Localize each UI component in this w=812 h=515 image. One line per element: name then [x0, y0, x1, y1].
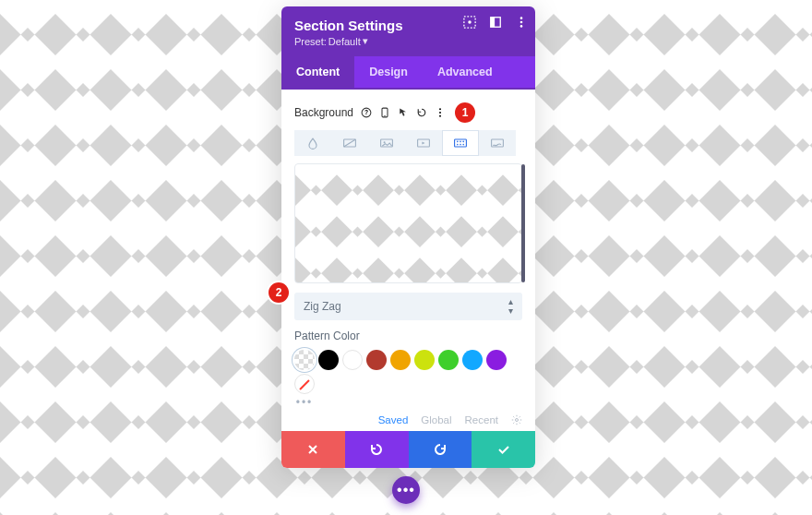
reset-icon[interactable] [416, 107, 427, 118]
panel-header: Section Settings Preset: Default ▾ Conte… [281, 6, 535, 90]
callout-2: 2 [269, 282, 289, 303]
tab-design[interactable]: Design [354, 56, 423, 88]
preset-row[interactable]: Preset: Default ▾ [294, 35, 522, 47]
settings-panel: Section Settings Preset: Default ▾ Conte… [281, 6, 535, 468]
fab-button[interactable]: ••• [392, 476, 420, 504]
svg-text:?: ? [364, 109, 368, 115]
svg-point-19 [457, 141, 459, 143]
swatch-lime[interactable] [414, 350, 435, 370]
svg-point-20 [460, 141, 461, 143]
svg-point-6 [520, 25, 523, 28]
bg-type-image[interactable] [368, 130, 405, 156]
hover-icon[interactable] [398, 107, 409, 118]
palette-tabs: Saved Global Recent [294, 414, 522, 425]
preset-label: Preset: [294, 36, 327, 47]
more-icon[interactable] [435, 107, 446, 118]
swatch-none[interactable] [294, 374, 315, 394]
svg-point-24 [462, 144, 464, 146]
swatch-black[interactable] [318, 350, 339, 370]
pattern-preview [294, 163, 522, 283]
palette-tab-saved[interactable]: Saved [378, 414, 409, 425]
palette-settings-icon[interactable] [511, 414, 522, 425]
bg-type-video[interactable] [405, 130, 442, 156]
tab-content[interactable]: Content [281, 56, 354, 88]
palette-tab-global[interactable]: Global [421, 414, 451, 425]
tablet-icon[interactable] [379, 107, 390, 118]
svg-point-23 [460, 144, 461, 146]
expand-icon[interactable] [463, 16, 476, 29]
svg-point-5 [520, 21, 523, 24]
swatch-white[interactable] [342, 350, 363, 370]
scrollbar[interactable] [521, 164, 525, 282]
color-swatches [294, 350, 522, 394]
callout-1: 1 [455, 102, 475, 123]
tab-advanced[interactable]: Advanced [423, 56, 508, 88]
svg-point-16 [384, 141, 386, 143]
bg-type-color[interactable] [294, 130, 331, 156]
bg-type-pattern[interactable] [442, 130, 479, 156]
panel-body: Background ? 1 Zig Zag ▴▾ Pattern Color [281, 90, 535, 431]
dock-icon[interactable] [489, 16, 502, 29]
svg-rect-3 [491, 18, 495, 28]
bg-type-gradient[interactable] [331, 130, 368, 156]
undo-button[interactable] [345, 431, 409, 468]
swatch-orange[interactable] [390, 350, 411, 370]
swatch-green[interactable] [438, 350, 459, 370]
svg-point-26 [516, 419, 519, 422]
svg-rect-18 [455, 139, 467, 147]
pattern-style-value: Zig Zag [304, 300, 341, 313]
pattern-style-select[interactable]: Zig Zag ▴▾ [294, 293, 522, 320]
select-caret-icon: ▴▾ [508, 297, 513, 316]
preset-value: Default [328, 36, 361, 47]
background-label: Background [294, 106, 353, 119]
swatch-blue[interactable] [462, 350, 483, 370]
background-type-tabs [294, 130, 522, 156]
palette-tab-recent[interactable]: Recent [465, 414, 498, 425]
pattern-color-label: Pattern Color [294, 329, 522, 342]
menu-dots-icon[interactable] [515, 16, 528, 29]
svg-point-21 [462, 141, 464, 143]
svg-point-11 [439, 108, 441, 110]
more-swatches[interactable]: ••• [294, 396, 315, 409]
svg-point-1 [468, 20, 472, 24]
swatch-transparent[interactable] [294, 350, 315, 370]
save-button[interactable] [472, 431, 535, 468]
svg-point-4 [520, 17, 523, 19]
swatch-red[interactable] [366, 350, 387, 370]
svg-point-10 [384, 115, 385, 116]
svg-point-12 [439, 112, 441, 114]
redo-button[interactable] [409, 431, 472, 468]
svg-point-13 [439, 115, 441, 117]
cancel-button[interactable] [281, 431, 345, 468]
chevron-down-icon: ▾ [363, 35, 368, 47]
svg-point-22 [457, 144, 459, 146]
background-heading-row: Background ? 1 [294, 102, 522, 123]
swatch-purple[interactable] [486, 350, 507, 370]
help-icon[interactable]: ? [361, 107, 372, 118]
panel-footer [281, 431, 535, 468]
header-actions [463, 16, 528, 29]
bg-type-mask[interactable] [479, 130, 516, 156]
